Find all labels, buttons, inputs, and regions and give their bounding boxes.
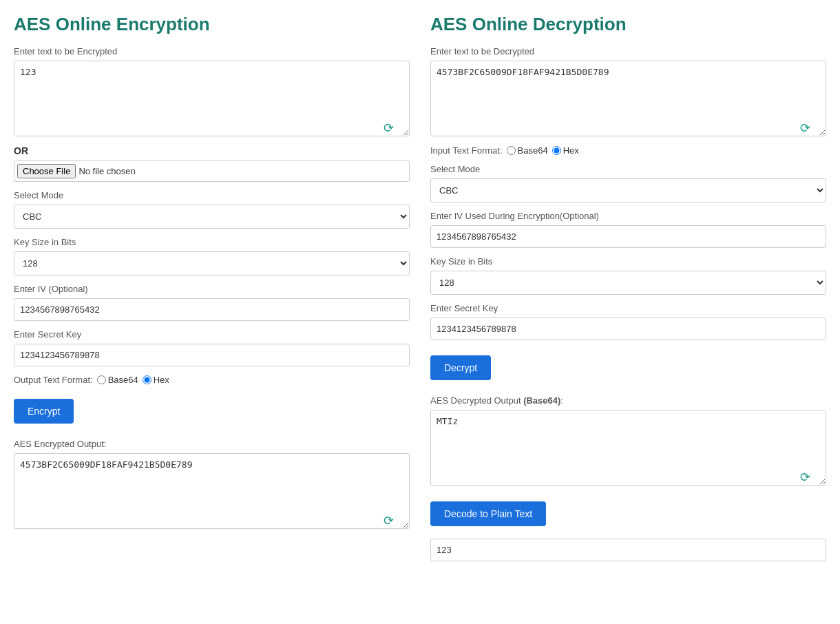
decrypt-input-format-group: Input Text Format: Base64 Hex (430, 145, 826, 156)
encrypt-output-refresh-icon[interactable]: ⟳ (384, 513, 397, 527)
encrypt-iv-input[interactable] (14, 298, 410, 321)
encrypt-base64-radio[interactable] (97, 375, 106, 384)
decrypt-input-format-label: Input Text Format: (430, 145, 503, 156)
decrypt-mode-group: Select Mode CBC ECB CFB OFB CTR (430, 164, 826, 202)
decrypt-output[interactable]: MTIz (430, 410, 826, 486)
decrypt-iv-group: Enter IV Used During Encryption(Optional… (430, 211, 826, 248)
decrypt-secretkey-input[interactable] (430, 318, 826, 340)
decrypt-mode-label: Select Mode (430, 164, 826, 174)
encrypt-mode-label: Select Mode (14, 190, 410, 200)
decrypt-output-refresh-icon[interactable]: ⟳ (800, 470, 814, 483)
encrypt-secretkey-input[interactable] (14, 344, 410, 366)
decrypt-hex-radio[interactable] (552, 146, 561, 155)
decryption-title: AES Online Decryption (430, 14, 826, 35)
decrypt-input-label: Enter text to be Decrypted (430, 46, 826, 56)
encryption-panel: AES Online Encryption Enter text to be E… (14, 14, 410, 570)
encrypt-output-wrapper: 4573BF2C65009DF18FAF9421B5D0E789 ⟳ (14, 453, 410, 531)
decrypt-base64-label[interactable]: Base64 (507, 145, 548, 156)
decrypt-output-label-suffix: : (560, 395, 563, 406)
encrypt-output-format-group: Output Text Format: Base64 Hex (14, 375, 410, 385)
decrypt-output-label-prefix: AES Decrypted Output (430, 395, 523, 406)
or-label: OR (14, 145, 410, 156)
decrypt-input-wrapper: 4573BF2C65009DF18FAF9421B5D0E789 ⟳ (430, 61, 826, 138)
decrypt-hex-text: Hex (563, 145, 579, 156)
encrypt-keysize-group: Key Size in Bits 128 192 256 (14, 237, 410, 275)
decrypt-base64-radio[interactable] (507, 146, 516, 155)
decrypt-keysize-label: Key Size in Bits (430, 256, 826, 267)
encrypt-keysize-select[interactable]: 128 192 256 (14, 251, 410, 275)
decrypt-hex-label[interactable]: Hex (552, 145, 579, 156)
encrypt-hex-text: Hex (154, 375, 169, 385)
encrypt-output-format-label: Output Text Format: (14, 375, 93, 385)
file-input[interactable] (14, 160, 410, 182)
encrypt-base64-text: Base64 (108, 375, 138, 385)
decrypt-iv-label: Enter IV Used During Encryption(Optional… (430, 211, 826, 221)
encrypt-hex-label[interactable]: Hex (143, 375, 169, 385)
decrypt-iv-input[interactable] (430, 225, 826, 248)
encrypt-secretkey-group: Enter Secret Key (14, 329, 410, 366)
decrypt-base64-text: Base64 (518, 145, 548, 156)
decrypt-secretkey-label: Enter Secret Key (430, 303, 826, 313)
encrypt-mode-select[interactable]: CBC ECB CFB OFB CTR (14, 205, 410, 229)
decrypt-output-label-bold: (Base64) (523, 395, 560, 406)
decrypt-output-label: AES Decrypted Output (Base64): (430, 395, 826, 406)
encrypt-output-label: AES Encrypted Output: (14, 439, 410, 449)
encrypt-base64-label[interactable]: Base64 (97, 375, 138, 385)
decrypt-secretkey-group: Enter Secret Key (430, 303, 826, 340)
encrypt-iv-group: Enter IV (Optional) (14, 284, 410, 321)
encrypt-keysize-label: Key Size in Bits (14, 237, 410, 247)
encrypt-input[interactable]: 123 (14, 61, 410, 136)
file-input-group (14, 160, 410, 182)
encrypt-iv-label: Enter IV (Optional) (14, 284, 410, 294)
encrypt-button[interactable]: Encrypt (14, 399, 74, 424)
encrypt-output[interactable]: 4573BF2C65009DF18FAF9421B5D0E789 (14, 453, 410, 529)
decoded-output-group (430, 533, 826, 561)
decrypt-refresh-icon[interactable]: ⟳ (800, 121, 814, 134)
encrypt-mode-group: Select Mode CBC ECB CFB OFB CTR (14, 190, 410, 229)
decrypt-input[interactable]: 4573BF2C65009DF18FAF9421B5D0E789 (430, 61, 826, 136)
encryption-title: AES Online Encryption (14, 14, 410, 35)
decrypt-mode-select[interactable]: CBC ECB CFB OFB CTR (430, 178, 826, 202)
encrypt-input-wrapper: 123 ⟳ (14, 61, 410, 138)
encrypt-hex-radio[interactable] (143, 375, 151, 384)
decryption-panel: AES Online Decryption Enter text to be D… (430, 14, 826, 570)
encrypt-refresh-icon[interactable]: ⟳ (384, 121, 397, 134)
decrypt-button[interactable]: Decrypt (430, 355, 491, 380)
encrypt-secretkey-label: Enter Secret Key (14, 329, 410, 340)
decode-button[interactable]: Decode to Plain Text (430, 501, 546, 526)
decoded-output-input[interactable] (430, 539, 826, 561)
decrypt-output-wrapper: MTIz ⟳ (430, 410, 826, 488)
encrypt-input-label: Enter text to be Encrypted (14, 46, 410, 56)
decrypt-keysize-group: Key Size in Bits 128 192 256 (430, 256, 826, 295)
decrypt-keysize-select[interactable]: 128 192 256 (430, 271, 826, 295)
